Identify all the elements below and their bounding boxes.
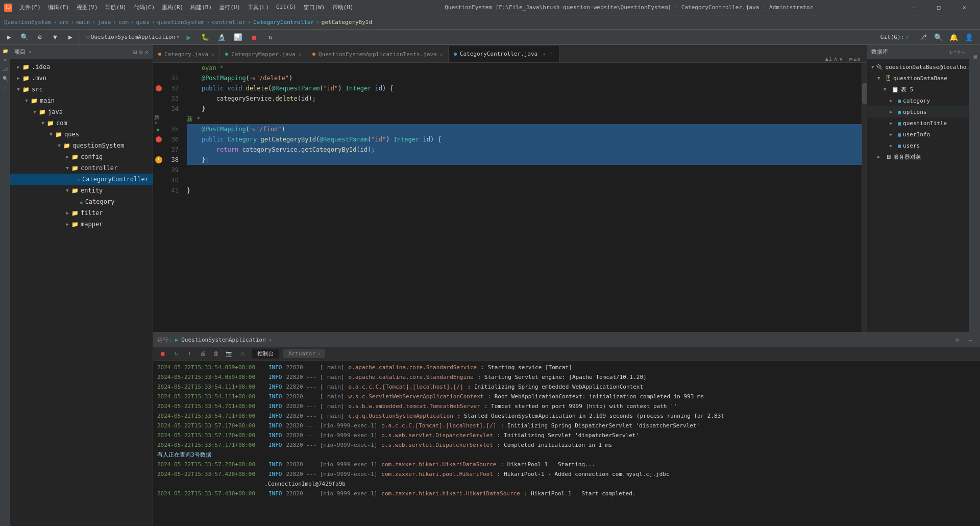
run-stop-btn[interactable]: ■ [157,348,168,360]
activity-structure-icon[interactable]: ≡ [1,56,9,64]
menu-refactor[interactable]: 重构(R) [159,3,186,12]
bottom-minimize-icon[interactable]: — [965,334,976,346]
run-screenshot-btn[interactable]: 📷 [224,348,235,360]
tab-close-mapper-icon[interactable]: ✕ [299,52,302,57]
menu-build[interactable]: 构建(B) [187,3,215,12]
close-button[interactable]: ✕ [952,0,976,15]
search-everywhere-btn[interactable]: 🔍 [931,30,945,44]
run-tab-actuator[interactable]: Actuator ✕ [283,349,325,358]
breadcrumb-ques[interactable]: ques [136,19,150,26]
sync-button[interactable]: ↻ [263,30,278,44]
tree-mvn[interactable]: ▶ 📁 .mvn [10,73,153,84]
profile-btn[interactable]: 👤 [962,30,976,44]
toolbar-collapse-btn[interactable]: ▼ [48,30,62,44]
activity-search-icon[interactable]: 🔍 [1,75,9,83]
tree-categorycontroller[interactable]: ☕ CategoryController [10,174,153,185]
code-lines[interactable]: oyan * @PostMapping ( ☉∨ "/delete" ) [183,63,862,332]
run-scroll-btn[interactable]: ⬇ [184,348,195,360]
tab-app-tests[interactable]: QuestionEystemApplicationTests.java ✕ [307,46,449,62]
toolbar-run-btn[interactable]: ▶ [2,30,16,44]
debug-dot-32[interactable] [156,85,162,91]
toolbar-settings-btn[interactable]: ⚙ [33,30,47,44]
menu-tools[interactable]: 工具(L) [244,3,272,12]
db-panel-action2[interactable]: ≡ [853,57,856,62]
menu-window[interactable]: 窗口(W) [301,3,328,12]
tree-questionsystem[interactable]: ▼ 📁 questionSystem [10,140,153,151]
actuator-tab-close[interactable]: ✕ [317,351,320,356]
db-database[interactable]: ▼ 🗄 questionDataBase [867,73,969,84]
activity-project-icon[interactable]: 📁 [1,47,9,55]
db-settings-icon[interactable]: ⚙ [958,49,961,55]
db-table-category[interactable]: ▶ ▦ category [867,95,969,106]
tree-com[interactable]: ▼ 📁 com [10,117,153,129]
breadcrumb-controller[interactable]: controller [212,19,246,26]
db-panel-action3[interactable]: ⚙ [857,57,861,62]
tab-close-icon[interactable]: ✕ [211,52,214,57]
collapse-all-icon[interactable]: ⊟ [133,49,137,56]
breadcrumb-java[interactable]: java [97,19,111,26]
run-filter-btn[interactable]: 🖨 [197,348,208,360]
minimize-button[interactable]: – [901,0,925,15]
db-tables-group[interactable]: ▼ 📋 表 5 [867,84,969,95]
tree-category-class[interactable]: ☕ Category [10,196,153,207]
tree-config[interactable]: ▶ 📁 config [10,151,153,162]
tree-entity[interactable]: ▼ 📁 entity [10,185,153,196]
run-tab-console[interactable]: 控制台 [252,349,279,358]
close-panel-icon[interactable]: ✕ [145,49,149,56]
menu-code[interactable]: 代码(C) [131,3,158,12]
menu-nav[interactable]: 导航(N) [102,3,130,12]
editor-nav-down[interactable]: ∨ [839,56,843,62]
db-panel-action1[interactable]: ⊟ [849,57,852,62]
tree-mapper[interactable]: ▶ 📁 mapper [10,219,153,230]
db-table-users[interactable]: ▶ ▦ users [867,140,969,151]
coverage-button[interactable]: 🔬 [214,30,229,44]
breadcrumb-app[interactable]: QuestionEystem [4,19,52,26]
activity-vcs-icon[interactable]: ⎇ [1,65,9,74]
project-dropdown-icon[interactable]: ▾ [29,49,32,55]
warn-bulb-38[interactable]: ! [155,156,162,163]
tree-filter[interactable]: ▶ 📁 filter [10,207,153,219]
run-button[interactable]: ▶ [182,30,196,44]
editor-nav-up[interactable]: ∧ [834,56,838,62]
tab-category-controller[interactable]: CategoryController.java ▾ ⋮ [449,46,559,62]
debug-dot-36[interactable] [156,136,162,142]
tab-dropdown-icon[interactable]: ▾ [543,52,545,57]
db-table-options[interactable]: ▶ ▦ options [867,106,969,117]
db-add-icon[interactable]: + [953,49,957,55]
run-app-close[interactable]: ✕ [269,338,272,343]
menu-file[interactable]: 文件(F) [16,3,44,12]
git-check-btn[interactable]: ✓ [900,30,915,44]
tab-close-controller-icon[interactable]: ⋮ [549,51,554,57]
tree-main[interactable]: ▼ 📁 main [10,95,153,106]
toolbar-expand-btn[interactable]: ▶ [63,30,78,44]
menu-git[interactable]: Git(G) [273,3,300,12]
tab-close-tests-icon[interactable]: ✕ [440,52,443,57]
bottom-settings-icon[interactable]: ⚙ [951,334,963,346]
menu-run[interactable]: 运行(U) [216,3,243,12]
settings-panel-icon[interactable]: ⚙ [139,49,143,56]
breadcrumb-questionsystem[interactable]: questionSystem [157,19,205,26]
menu-view[interactable]: 视图(V) [74,3,101,12]
db-table-userinfo[interactable]: ▶ ▦ userInfo [867,129,969,140]
scrollbar-thumb[interactable] [862,83,867,104]
tree-src[interactable]: ▼ 📁 src [10,84,153,95]
breadcrumb-categorycontroller[interactable]: CategoryController [253,19,314,26]
tree-java[interactable]: ▼ 📁 java [10,106,153,117]
editor-scrollbar[interactable] [862,63,867,332]
tab-category-java[interactable]: Category.java ✕ [153,46,220,62]
db-connection[interactable]: ▼ 🔌 questionDataBase@localho... [867,61,969,73]
db-refresh-icon[interactable]: ↻ [949,49,952,55]
tree-ques[interactable]: ▼ 📁 ques [10,129,153,140]
tree-idea[interactable]: ▶ 📁 .idea [10,61,153,73]
tree-controller[interactable]: ▼ 📁 controller [10,162,153,174]
run-config-label[interactable]: QuestionSystemApplication [91,34,176,40]
toolbar-search-btn[interactable]: 🔍 [17,30,32,44]
run-arrow-35[interactable]: ▶ [156,126,162,132]
activity-bookmark-icon[interactable]: ☆ [1,84,9,92]
run-fold-btn[interactable]: ⧊ [237,348,248,360]
breadcrumb-method[interactable]: getCategoryById [322,19,372,26]
breadcrumb-main[interactable]: main [77,19,90,26]
menu-help[interactable]: 帮助(H) [329,3,357,12]
maximize-button[interactable]: □ [927,0,950,15]
profile-button[interactable]: 📊 [231,30,245,44]
